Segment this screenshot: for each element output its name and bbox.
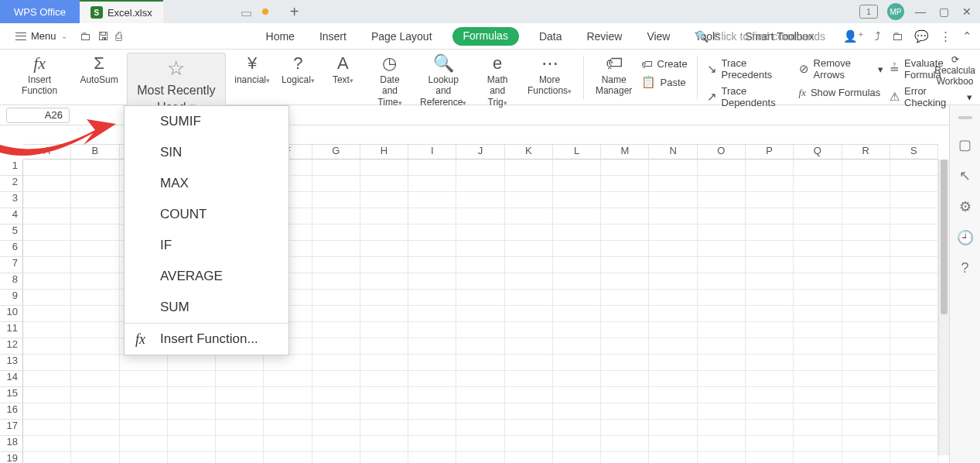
user-avatar[interactable]: MP [887,3,904,20]
row-header[interactable]: 4 [0,208,23,225]
cell[interactable] [890,371,938,387]
cell[interactable] [505,159,553,176]
cell[interactable] [408,192,456,208]
cell[interactable] [312,176,360,192]
cell[interactable] [649,322,697,338]
cell[interactable] [794,436,842,452]
cell[interactable] [698,225,746,241]
recalculate-button[interactable]: ⟳ Recalcula Workboo [934,54,975,87]
cell[interactable] [505,290,553,306]
cell[interactable] [649,306,697,322]
col-header[interactable]: N [649,144,697,159]
dropdown-item-if[interactable]: IF [125,230,289,261]
cell[interactable] [360,322,408,338]
cell[interactable] [456,403,504,420]
cell[interactable] [890,208,938,225]
cell[interactable] [698,176,746,192]
cell[interactable] [456,322,504,338]
cell[interactable] [649,192,697,208]
cell[interactable] [842,306,890,322]
cell[interactable] [794,306,842,322]
cell[interactable] [601,322,649,338]
cell[interactable] [456,159,504,176]
cell[interactable] [698,355,746,371]
name-manager-button[interactable]: 🏷 Name Manager [593,53,635,98]
cell[interactable] [601,387,649,403]
show-formulas-button[interactable]: fxShow Formulas [799,85,884,99]
more-functions-button[interactable]: ⋯ More Functions▾ [525,53,573,98]
cell[interactable] [23,403,71,420]
create-name-button[interactable]: 🏷Create [641,57,688,70]
cell[interactable] [698,306,746,322]
dropdown-item-sum[interactable]: SUM [125,292,289,323]
cell[interactable] [746,273,794,290]
cell[interactable] [890,257,938,273]
cell[interactable] [698,452,746,463]
cell[interactable] [890,436,938,452]
cell[interactable] [649,420,697,436]
cell[interactable] [408,355,456,371]
col-header[interactable]: G [312,144,360,159]
cell[interactable] [456,192,504,208]
cell[interactable] [649,241,697,257]
cell[interactable] [794,257,842,273]
cell[interactable] [23,257,71,273]
cell[interactable] [601,338,649,355]
export-icon[interactable]: ⤴ [875,29,881,43]
col-header[interactable]: M [601,144,649,159]
dropdown-item-count[interactable]: COUNT [125,199,289,230]
command-search[interactable]: 🔍 Click to find commands [695,30,825,43]
cell[interactable] [264,436,312,452]
trace-precedents-button[interactable]: ↘Trace Precedents [707,57,793,81]
cell[interactable] [601,436,649,452]
row-header[interactable]: 18 [0,436,23,452]
cell[interactable] [794,273,842,290]
cell[interactable] [216,403,264,420]
cell[interactable] [120,452,168,463]
cell[interactable] [842,159,890,176]
cell[interactable] [746,306,794,322]
insert-function-button[interactable]: fx Insert Function [8,53,71,98]
vertical-scrollbar[interactable] [938,159,949,455]
cell[interactable] [649,176,697,192]
cell[interactable] [505,257,553,273]
cell[interactable] [505,208,553,225]
col-header[interactable]: K [505,144,553,159]
cell[interactable] [601,403,649,420]
cell[interactable] [312,387,360,403]
cell[interactable] [842,257,890,273]
cell[interactable] [23,208,71,225]
settings-sliders-icon[interactable]: ⚙ [959,198,971,215]
cell[interactable] [890,306,938,322]
help-icon[interactable]: ? [961,260,968,276]
cell[interactable] [746,355,794,371]
cell[interactable] [312,290,360,306]
open-icon[interactable]: 🗀 [80,29,91,43]
cell[interactable] [890,290,938,306]
cell[interactable] [312,420,360,436]
cell[interactable] [71,436,119,452]
row-header[interactable]: 1 [0,159,23,176]
cell[interactable] [505,241,553,257]
window-counter[interactable]: 1 [859,5,878,19]
cell[interactable] [890,452,938,463]
cell[interactable] [553,306,601,322]
col-header[interactable]: S [890,144,938,159]
cell[interactable] [601,452,649,463]
cell[interactable] [456,338,504,355]
cell[interactable] [312,192,360,208]
cell[interactable] [408,241,456,257]
cell[interactable] [842,338,890,355]
tab-insert[interactable]: Insert [315,27,351,46]
lookup-button[interactable]: 🔍 Lookup and Reference▾ [418,53,470,109]
row-header[interactable]: 19 [0,452,23,463]
more-vert-icon[interactable]: ⋮ [940,29,951,43]
logical-button[interactable]: ? Logical▾ [278,53,317,87]
cell[interactable] [698,322,746,338]
cell[interactable] [71,273,119,290]
dropdown-item-average[interactable]: AVERAGE [125,261,289,292]
cell[interactable] [312,273,360,290]
row-header[interactable]: 7 [0,257,23,273]
cell[interactable] [746,225,794,241]
cell[interactable] [71,257,119,273]
